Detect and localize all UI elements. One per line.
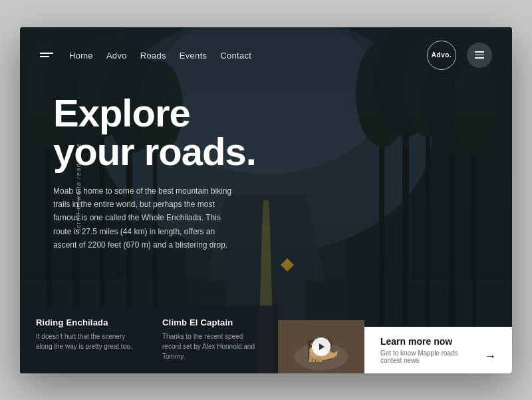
- hero-title: Explore your roads.: [53, 94, 256, 171]
- nav-item-events[interactable]: Events: [180, 49, 207, 61]
- hero-content: Explore your roads. Moab is home to some…: [53, 94, 256, 252]
- nav-item-contact[interactable]: Contact: [220, 49, 251, 61]
- logo-line-1: [40, 53, 53, 54]
- menu-icon-line2: [475, 55, 484, 56]
- learn-more-title: Learn more now: [380, 336, 496, 347]
- card-text-1: It doesn't hurt that the scenery along t…: [36, 331, 136, 351]
- arrow-right-icon: →: [484, 349, 496, 363]
- card-text-2: Thanks to the recent speed record set by…: [162, 331, 262, 361]
- menu-icon-line1: [475, 51, 484, 53]
- svg-rect-45: [309, 355, 312, 362]
- navbar: Home Advo Roads Events Contact Advo.: [20, 27, 512, 83]
- logo-line-2: [40, 56, 49, 57]
- card-title-1: Riding Enchilada: [36, 317, 136, 327]
- svg-rect-46: [313, 357, 315, 362]
- card-item-2: Climb El Captain Thanks to the recent sp…: [162, 317, 262, 361]
- nav-links: Home Advo Roads Events Contact: [69, 49, 427, 61]
- card-title-2: Climb El Captain: [162, 317, 262, 327]
- nav-item-home[interactable]: Home: [69, 49, 93, 61]
- hero-description: Moab is home to some of the best mountai…: [53, 184, 239, 252]
- nav-item-advo[interactable]: Advo: [106, 49, 127, 61]
- video-thumbnail[interactable]: [278, 320, 364, 373]
- nav-logo: [40, 53, 53, 57]
- card-item-1: Riding Enchilada It doesn't hurt that th…: [36, 317, 136, 361]
- video-play-button[interactable]: [312, 337, 331, 356]
- browser-window: Home Advo Roads Events Contact Advo. Scr…: [20, 27, 512, 373]
- learn-more-subtitle: Get to know Mapple roads contest news →: [380, 349, 496, 364]
- svg-rect-47: [316, 357, 319, 362]
- nav-item-roads[interactable]: Roads: [140, 49, 166, 61]
- card-left-section: Riding Enchilada It doesn't hurt that th…: [20, 305, 278, 373]
- learn-more-card[interactable]: Learn more now Get to know Mapple roads …: [364, 327, 512, 373]
- nav-badge: Advo.: [427, 41, 456, 70]
- bottom-cards: Riding Enchilada It doesn't hurt that th…: [20, 305, 512, 373]
- menu-icon-line3: [475, 57, 484, 59]
- menu-button[interactable]: [467, 43, 492, 68]
